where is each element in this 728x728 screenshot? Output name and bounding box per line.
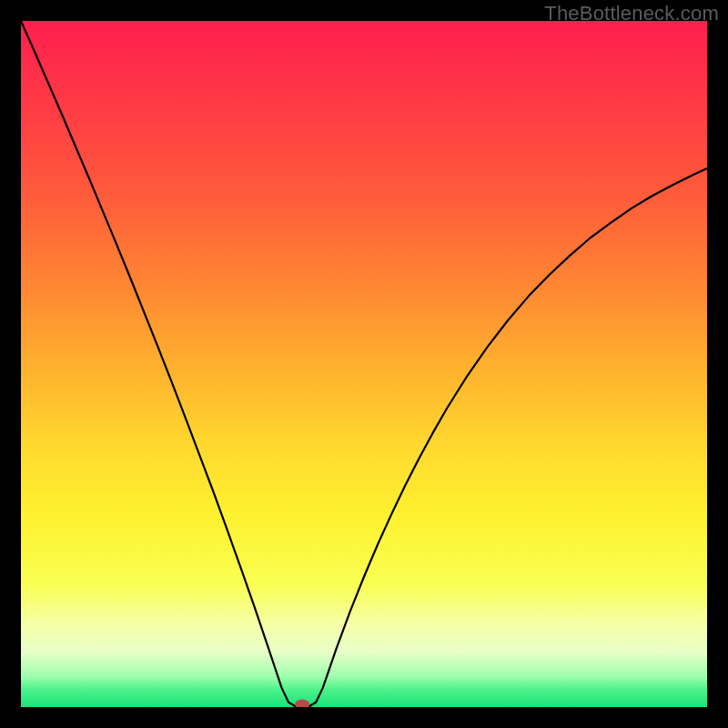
watermark-text: TheBottleneck.com (544, 2, 719, 25)
chart-stage: TheBottleneck.com (0, 0, 728, 728)
bottleneck-chart (21, 21, 707, 707)
gradient-background (21, 21, 707, 707)
